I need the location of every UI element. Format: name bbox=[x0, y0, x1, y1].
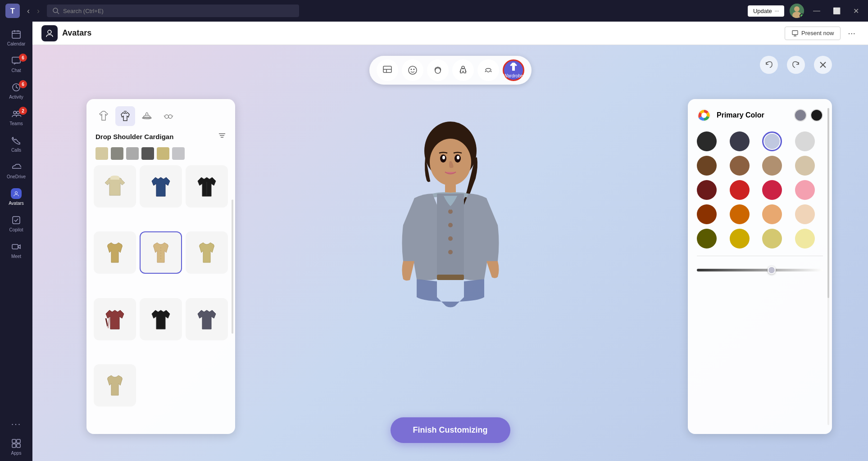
redo-button[interactable] bbox=[787, 56, 805, 74]
clothing-item-4[interactable] bbox=[94, 231, 136, 274]
clothing-item-8[interactable] bbox=[140, 298, 182, 340]
svg-text:T: T bbox=[10, 7, 15, 15]
minimize-button[interactable]: — bbox=[809, 5, 824, 17]
sidebar-item-activity[interactable]: 6 Activity bbox=[2, 78, 31, 103]
sidebar-item-label: Avatars bbox=[9, 201, 24, 206]
color-dot-15[interactable] bbox=[762, 204, 782, 224]
present-now-button[interactable]: Present now bbox=[785, 27, 841, 40]
color-dot-7[interactable] bbox=[762, 156, 782, 176]
color-dot-2[interactable] bbox=[730, 131, 750, 151]
svg-point-56 bbox=[457, 156, 459, 159]
svg-point-62 bbox=[448, 250, 453, 254]
color-dot-3[interactable] bbox=[762, 131, 782, 151]
sidebar-item-onedrive[interactable]: OneDrive bbox=[2, 158, 31, 183]
sidebar-item-avatars[interactable]: Avatars bbox=[2, 185, 31, 209]
svg-rect-19 bbox=[17, 439, 20, 443]
forward-button[interactable]: › bbox=[33, 5, 43, 18]
sidebar-item-calls[interactable]: Calls bbox=[2, 131, 31, 156]
swatch-3[interactable] bbox=[126, 147, 139, 160]
color-dot-4[interactable] bbox=[795, 131, 815, 151]
clothing-item-9[interactable] bbox=[186, 298, 228, 340]
sidebar-item-teams[interactable]: 2 Teams bbox=[2, 105, 31, 130]
color-dot-5[interactable] bbox=[697, 156, 717, 176]
toolbar-body-button[interactable] bbox=[452, 59, 474, 81]
toolbar-hair-button[interactable] bbox=[427, 59, 449, 81]
color-dot-9[interactable] bbox=[697, 180, 717, 200]
color-dot-11[interactable] bbox=[762, 180, 782, 200]
swatch-2[interactable] bbox=[111, 147, 123, 160]
color-dot-16[interactable] bbox=[795, 204, 815, 224]
svg-point-65 bbox=[701, 113, 707, 118]
color-dot-13[interactable] bbox=[697, 204, 717, 224]
color-dot-8[interactable] bbox=[795, 156, 815, 176]
wardrobe-label: Wardrobe bbox=[504, 73, 523, 78]
swatch-6[interactable] bbox=[172, 147, 185, 160]
tab-glasses[interactable] bbox=[159, 106, 178, 126]
avatar-workspace: Wardrobe bbox=[32, 45, 868, 461]
current-color-secondary[interactable] bbox=[810, 109, 823, 122]
toolbar-accessories-button[interactable] bbox=[477, 59, 499, 81]
clothing-item-2[interactable] bbox=[140, 165, 182, 208]
close-editor-button[interactable] bbox=[814, 56, 832, 74]
color-dot-1[interactable] bbox=[697, 131, 717, 151]
svg-point-32 bbox=[435, 68, 441, 73]
sidebar-item-apps[interactable]: Apps bbox=[2, 434, 31, 459]
toolbar-wardrobe-wrapper: Wardrobe bbox=[503, 59, 524, 81]
app-title: Avatars bbox=[62, 28, 91, 38]
undo-button[interactable] bbox=[760, 56, 778, 74]
sidebar-item-more[interactable]: ··· bbox=[2, 415, 31, 433]
sidebar-item-label: Copilot bbox=[9, 227, 23, 232]
toolbar-face-button[interactable] bbox=[402, 59, 423, 81]
swatch-1[interactable] bbox=[95, 147, 108, 160]
title-bar-right: Update ··· — ⬜ ✕ bbox=[748, 4, 863, 18]
back-button[interactable]: ‹ bbox=[23, 5, 33, 18]
color-lightness-slider[interactable] bbox=[697, 269, 823, 271]
color-dot-14[interactable] bbox=[730, 204, 750, 224]
svg-rect-16 bbox=[13, 217, 20, 224]
chat-badge: 6 bbox=[19, 54, 27, 62]
user-avatar[interactable] bbox=[790, 4, 804, 18]
clothing-item-10[interactable] bbox=[94, 364, 136, 407]
clothing-item-1[interactable] bbox=[94, 165, 136, 208]
apps-icon bbox=[11, 438, 22, 449]
swatch-5[interactable] bbox=[157, 147, 169, 160]
maximize-button[interactable]: ⬜ bbox=[829, 5, 844, 16]
toolbar-wardrobe-button[interactable]: Wardrobe bbox=[503, 59, 524, 81]
google-colors-icon bbox=[697, 108, 711, 122]
tab-hat[interactable] bbox=[137, 106, 157, 126]
sidebar-item-calendar[interactable]: Calendar bbox=[2, 25, 31, 50]
tab-jacket[interactable] bbox=[115, 106, 135, 126]
toolbar-template-button[interactable] bbox=[377, 59, 398, 81]
current-color-primary[interactable] bbox=[794, 109, 807, 122]
sidebar-item-chat[interactable]: 6 Chat bbox=[2, 52, 31, 77]
right-panel-scrollbar[interactable] bbox=[827, 108, 829, 425]
color-divider bbox=[697, 256, 823, 256]
sidebar-item-meet[interactable]: Meet bbox=[2, 238, 31, 262]
clothing-item-7[interactable] bbox=[94, 298, 136, 340]
update-button[interactable]: Update ··· bbox=[748, 5, 784, 17]
color-dot-10[interactable] bbox=[730, 180, 750, 200]
svg-point-60 bbox=[448, 223, 453, 227]
color-dot-20[interactable] bbox=[795, 229, 815, 249]
sidebar-item-copilot[interactable]: Copilot bbox=[2, 211, 31, 236]
close-button[interactable]: ✕ bbox=[850, 5, 863, 17]
color-dot-18[interactable] bbox=[730, 229, 750, 249]
filter-icon[interactable] bbox=[218, 131, 226, 142]
header-more-button[interactable]: ··· bbox=[844, 26, 859, 40]
finish-customizing-button[interactable]: Finish Customizing bbox=[391, 417, 510, 443]
meet-icon bbox=[11, 241, 22, 252]
svg-line-49 bbox=[106, 318, 108, 326]
color-dot-12[interactable] bbox=[795, 180, 815, 200]
clothing-item-5[interactable] bbox=[140, 231, 182, 274]
panel-scrollbar[interactable] bbox=[232, 199, 233, 334]
color-dot-17[interactable] bbox=[697, 229, 717, 249]
search-bar[interactable]: Search (Ctrl+E) bbox=[47, 5, 299, 17]
tab-tshirt[interactable] bbox=[94, 106, 114, 126]
swatch-4[interactable] bbox=[141, 147, 154, 160]
wardrobe-panel: Drop Shoulder Cardigan bbox=[86, 99, 235, 434]
color-dot-19[interactable] bbox=[762, 229, 782, 249]
color-dot-6[interactable] bbox=[730, 156, 750, 176]
clothing-item-3[interactable] bbox=[186, 165, 228, 208]
svg-point-40 bbox=[168, 115, 172, 118]
clothing-item-6[interactable] bbox=[186, 231, 228, 274]
